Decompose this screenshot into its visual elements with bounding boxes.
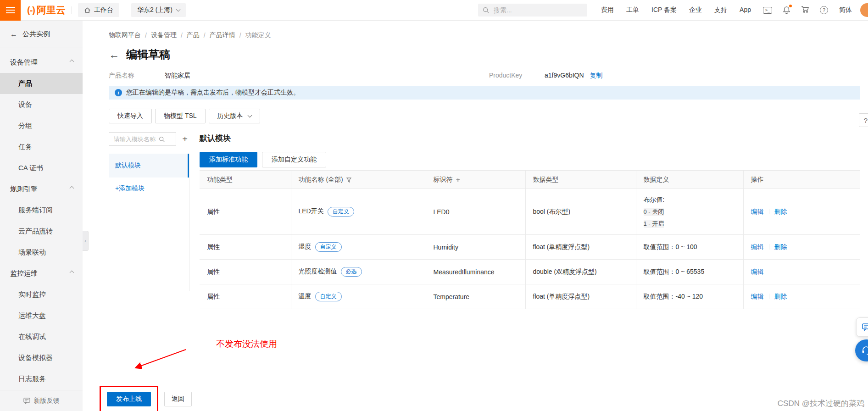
sidebar-item-ota-upgrade[interactable]: OTA 升级 xyxy=(0,389,83,390)
header-actions: 操作 xyxy=(743,171,860,189)
item-label: 服务端订阅 xyxy=(18,206,53,215)
cell-definition: 取值范围：-40 ~ 120 xyxy=(636,284,743,309)
cart-icon[interactable] xyxy=(801,6,809,15)
hamburger-menu-icon[interactable] xyxy=(0,0,21,21)
add-module-link[interactable]: +添加模块 xyxy=(109,184,189,193)
sidebar-item-scene-linkage[interactable]: 场景联动 xyxy=(0,242,83,263)
search-icon xyxy=(159,136,165,142)
page-back-arrow-icon[interactable]: ← xyxy=(109,50,119,60)
return-button[interactable]: 返回 xyxy=(164,392,192,406)
add-module-plus-icon[interactable]: + xyxy=(180,134,189,144)
sidebar-group-rules-engine[interactable]: 规则引擎 xyxy=(0,178,83,200)
chevron-down-icon xyxy=(176,7,181,11)
doc-assistant-float-button[interactable] xyxy=(856,317,868,337)
edit-link[interactable]: 编辑 xyxy=(751,268,764,275)
sidebar-item-data-forwarding[interactable]: 云产品流转 xyxy=(0,221,83,242)
bool-value-tag: 0 - 关闭 xyxy=(644,208,664,216)
add-standard-function-button[interactable]: 添加标准功能 xyxy=(200,152,257,167)
module-panel: + 默认模块 +添加模块 xyxy=(109,132,189,291)
breadcrumb-product-detail[interactable]: 产品详情 xyxy=(210,31,235,39)
breadcrumb-separator: / xyxy=(145,32,147,39)
cell-definition: 取值范围：0 ~ 100 xyxy=(636,235,743,260)
edit-link[interactable]: 编辑 xyxy=(751,293,764,300)
menu-tickets[interactable]: 工单 xyxy=(626,6,639,14)
item-label: 云产品流转 xyxy=(18,227,53,236)
breadcrumb-product[interactable]: 产品 xyxy=(187,31,200,39)
cell-definition: 取值范围：0 ~ 65535 xyxy=(636,260,743,284)
sidebar-collapse-handle[interactable]: ‹ xyxy=(83,231,89,251)
custom-tag[interactable]: 自定义 xyxy=(315,292,342,301)
logo-text: 阿里云 xyxy=(37,4,66,17)
sort-icon[interactable] xyxy=(456,177,460,183)
custom-tag[interactable]: 自定义 xyxy=(315,242,342,252)
product-name-label: 产品名称 xyxy=(109,72,134,79)
breadcrumb-device-management[interactable]: 设备管理 xyxy=(151,31,177,39)
delete-link[interactable]: 删除 xyxy=(774,243,787,250)
header-function-name: 功能名称 (全部) xyxy=(291,171,426,189)
sidebar-item-realtime-monitor[interactable]: 实时监控 xyxy=(0,284,83,305)
menu-billing[interactable]: 费用 xyxy=(601,6,614,14)
draft-notice-banner: i 您正在编辑的是草稿，需点击发布后，物模型才会正式生效。 xyxy=(109,86,860,100)
menu-app[interactable]: App xyxy=(740,6,751,14)
sidebar-item-device[interactable]: 设备 xyxy=(0,94,83,115)
sidebar: ← 公共实例 设备管理 产品 设备 分组 任务 CA 证书 xyxy=(0,21,83,411)
aliyun-logo[interactable]: (-) 阿里云 xyxy=(27,4,66,17)
logo-mark: (-) xyxy=(27,5,35,16)
required-tag[interactable]: 必选 xyxy=(341,267,362,277)
sidebar-item-ca-cert[interactable]: CA 证书 xyxy=(0,157,83,178)
item-label: 任务 xyxy=(18,143,32,151)
locale-switch[interactable]: 简体 xyxy=(839,6,852,14)
item-label: 运维大盘 xyxy=(18,311,46,320)
sidebar-item-task[interactable]: 任务 xyxy=(0,136,83,157)
user-avatar[interactable] xyxy=(860,3,868,17)
sidebar-item-ops-dashboard[interactable]: 运维大盘 xyxy=(0,305,83,326)
custom-tag[interactable]: 自定义 xyxy=(328,207,354,217)
doc-chat-icon xyxy=(862,322,868,332)
notification-bell-icon[interactable] xyxy=(783,6,790,14)
divider xyxy=(72,6,72,14)
sidebar-item-server-subscription[interactable]: 服务端订阅 xyxy=(0,200,83,221)
sidebar-item-device-simulator[interactable]: 设备模拟器 xyxy=(0,347,83,368)
quick-import-label: 快速导入 xyxy=(117,112,143,120)
quick-import-button[interactable]: 快速导入 xyxy=(109,109,152,123)
menu-support[interactable]: 支持 xyxy=(714,6,727,14)
edit-link[interactable]: 编辑 xyxy=(751,208,764,215)
global-search[interactable] xyxy=(478,4,587,17)
delete-link[interactable]: 删除 xyxy=(774,208,787,215)
help-icon[interactable]: ? xyxy=(820,6,828,14)
region-selector[interactable]: 华东2 (上海) xyxy=(131,3,186,17)
module-item-default[interactable]: 默认模块 xyxy=(109,154,189,178)
workbench-label: 工作台 xyxy=(94,6,113,14)
sidebar-group-device-management[interactable]: 设备管理 xyxy=(0,52,83,73)
publish-button[interactable]: 发布上线 xyxy=(107,392,151,406)
delete-link[interactable]: 删除 xyxy=(774,293,787,300)
menu-enterprise[interactable]: 企业 xyxy=(689,6,702,14)
filter-funnel-icon[interactable] xyxy=(346,178,351,183)
module-search-box[interactable] xyxy=(109,132,176,146)
sidebar-back-public-instance[interactable]: ← 公共实例 xyxy=(0,21,83,48)
breadcrumb-iot-platform[interactable]: 物联网平台 xyxy=(109,31,141,39)
history-version-button[interactable]: 历史版本 xyxy=(209,109,260,123)
cell-type: 属性 xyxy=(200,260,291,284)
sidebar-item-online-debug[interactable]: 在线调试 xyxy=(0,326,83,347)
sidebar-group-monitor-ops[interactable]: 监控运维 xyxy=(0,263,83,284)
search-input[interactable] xyxy=(493,6,575,14)
table-row: 属性 温度自定义 Temperature float (单精度浮点型) 取值范围… xyxy=(200,284,860,309)
footer-actions: 发布上线 返回 xyxy=(100,386,192,411)
copy-product-key-link[interactable]: 复制 xyxy=(590,72,603,80)
cell-actions: 编辑删除 xyxy=(743,284,860,309)
menu-icp[interactable]: ICP 备案 xyxy=(651,6,677,14)
add-custom-function-button[interactable]: 添加自定义功能 xyxy=(262,152,326,167)
cell-type: 属性 xyxy=(200,235,291,260)
edit-link[interactable]: 编辑 xyxy=(751,243,764,250)
feedback-button[interactable]: 新版反馈 xyxy=(0,390,83,411)
page-help-button[interactable]: ? xyxy=(859,113,868,127)
workbench-button[interactable]: 工作台 xyxy=(78,3,119,17)
sidebar-item-group[interactable]: 分组 xyxy=(0,115,83,136)
sidebar-item-product[interactable]: 产品 xyxy=(0,73,83,94)
chevron-down-icon xyxy=(247,113,252,117)
module-search-input[interactable] xyxy=(113,135,159,143)
cloudshell-icon[interactable]: >_ xyxy=(763,7,772,14)
tsl-model-button[interactable]: 物模型 TSL xyxy=(155,109,206,123)
sidebar-item-log-service[interactable]: 日志服务 xyxy=(0,368,83,389)
